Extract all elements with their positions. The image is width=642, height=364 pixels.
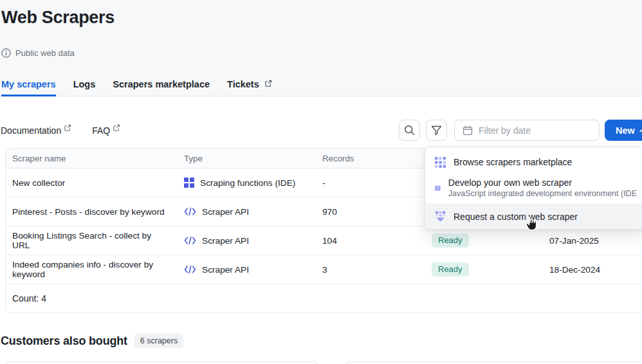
records-value: 104 — [322, 236, 337, 246]
subtitle-row: Public web data — [1, 48, 75, 58]
search-icon — [404, 125, 415, 136]
column-scraper-name: Scraper name — [12, 154, 170, 163]
scraper-count-badge: 6 scrapers — [134, 334, 183, 348]
grid-2x2-icon — [184, 177, 194, 188]
calendar-icon — [463, 125, 473, 136]
scraper-type: Scraping functions (IDE) — [184, 177, 295, 188]
code-icon — [184, 266, 196, 274]
records-value: - — [322, 178, 326, 188]
table-row[interactable]: Indeed companies info - discover by keyw… — [6, 255, 642, 284]
faq-link[interactable]: FAQ — [92, 125, 120, 136]
docs-links-row: Documentation FAQ — [1, 125, 120, 136]
records-value: 3 — [322, 265, 327, 275]
filter-icon — [431, 125, 442, 136]
marketplace-grid-icon — [435, 157, 446, 168]
status-badge: Ready — [432, 262, 469, 277]
scraper-name[interactable]: New collector — [12, 178, 170, 188]
column-records: Records — [322, 154, 354, 163]
suggestion-card[interactable] — [4, 361, 319, 364]
web-scrapers-page: Web Scrapers Public web data My scrapers… — [0, 0, 642, 364]
documentation-link[interactable]: Documentation — [1, 125, 71, 136]
tab-logs[interactable]: Logs — [73, 79, 96, 96]
tab-bar: My scrapers Logs Scrapers marketplace Ti… — [1, 79, 272, 96]
records-value: 970 — [322, 207, 337, 217]
chevron-up-icon — [639, 128, 642, 132]
status-badge: Ready — [432, 233, 469, 248]
table-row[interactable]: Booking Listings Search - collect by URL… — [6, 226, 642, 255]
menu-item-label: Request a custom web scraper — [454, 212, 578, 222]
custom-scraper-icon — [435, 211, 446, 223]
external-link-icon — [113, 124, 120, 132]
column-type: Type — [184, 154, 203, 163]
code-icon — [184, 208, 196, 216]
section-heading: Customers also bought — [1, 334, 127, 348]
date-filter-input[interactable] — [479, 125, 575, 136]
menu-item-label: Browse scrapers marketplace — [454, 157, 572, 167]
code-icon — [184, 237, 196, 245]
tab-tickets[interactable]: Tickets — [227, 79, 272, 96]
scraper-name[interactable]: Pinterest - Posts - discover by keyword — [12, 207, 170, 217]
menu-item-label: Develop your own web scraper — [448, 178, 637, 188]
tab-my-scrapers[interactable]: My scrapers — [1, 79, 56, 96]
new-button[interactable]: New — [605, 120, 642, 141]
customers-also-bought-section: Customers also bought 6 scrapers — [1, 334, 183, 348]
menu-item-sublabel: JavaScript integrated development enviro… — [448, 189, 637, 198]
external-link-icon — [264, 80, 272, 87]
filter-button[interactable] — [426, 120, 447, 141]
new-dropdown-menu: Browse scrapers marketplace Develop your… — [425, 147, 642, 230]
external-link-icon — [64, 124, 71, 132]
scraper-type: Scraper API — [184, 236, 249, 246]
scraper-type: Scraper API — [184, 265, 249, 275]
suggestion-card[interactable] — [344, 361, 642, 364]
date-filter-field[interactable] — [454, 120, 600, 141]
search-button[interactable] — [399, 120, 420, 141]
table-footer: Count: 4 — [6, 284, 642, 313]
date-value: 18-Dec-2024 — [549, 265, 600, 275]
scraper-name[interactable]: Indeed companies info - discover by keyw… — [12, 260, 170, 279]
tab-scrapers-marketplace[interactable]: Scrapers marketplace — [113, 79, 210, 96]
scraper-type: Scraper API — [184, 207, 249, 217]
row-count: Count: 4 — [12, 294, 170, 304]
scraper-name[interactable]: Booking Listings Search - collect by URL — [12, 231, 170, 250]
menu-item-develop-scraper[interactable]: Develop your own web scraper JavaScript … — [425, 172, 642, 203]
menu-item-browse-marketplace[interactable]: Browse scrapers marketplace — [425, 152, 642, 172]
subtitle-text: Public web data — [15, 48, 75, 58]
page-title: Web Scrapers — [1, 8, 115, 28]
info-icon — [1, 48, 11, 58]
date-value: 07-Jan-2025 — [549, 236, 599, 246]
ide-window-icon — [435, 183, 441, 194]
header-band: Web Scrapers Public web data My scrapers… — [0, 0, 642, 96]
menu-item-request-custom-scraper[interactable]: Request a custom web scraper — [425, 203, 642, 230]
